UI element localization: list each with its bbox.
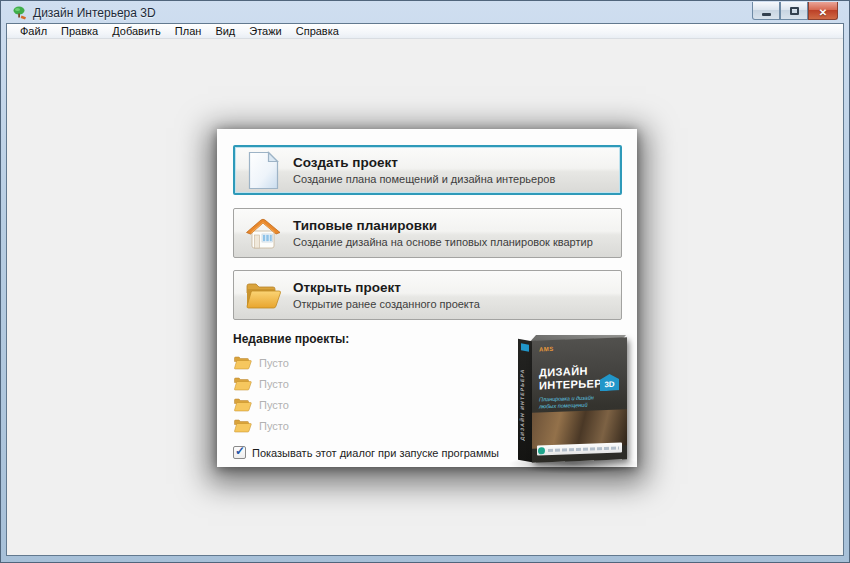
spine-badge	[521, 343, 529, 351]
folder-icon	[233, 418, 253, 433]
checkbox-checked-icon[interactable]	[233, 446, 246, 459]
title-bar[interactable]: Дизайн Интерьера 3D	[6, 2, 844, 23]
window-inner: Файл Правка Добавить План Вид Этажи Спра…	[6, 23, 844, 556]
band-fineprint	[548, 446, 619, 451]
folder-icon	[233, 397, 253, 412]
close-button[interactable]	[808, 2, 838, 20]
box-spine-text: ДИЗАЙН ИНТЕРЬЕРА	[519, 353, 531, 457]
minimize-button[interactable]	[752, 2, 780, 20]
app-icon	[12, 5, 28, 21]
folder-icon	[233, 355, 253, 370]
house-icon	[243, 217, 283, 250]
box-bottom-band	[537, 443, 622, 456]
close-icon	[819, 2, 827, 20]
menu-plan[interactable]: План	[168, 24, 209, 39]
typical-layouts-text: Типовые планировки Создание дизайна на о…	[293, 218, 593, 248]
app-window: Дизайн Интерьера 3D Файл Правка Добавить…	[0, 0, 850, 563]
window-glass-frame: Дизайн Интерьера 3D Файл Правка Добавить…	[2, 2, 848, 561]
create-project-text: Создать проект Создание плана помещений …	[293, 155, 555, 185]
create-project-button[interactable]: Создать проект Создание плана помещений …	[233, 145, 622, 195]
folder-icon	[233, 376, 253, 391]
minimize-icon	[762, 13, 771, 16]
menu-floors[interactable]: Этажи	[242, 24, 288, 39]
recent-project-label: Пусто	[259, 378, 289, 390]
menu-help[interactable]: Справка	[289, 24, 346, 39]
menu-add[interactable]: Добавить	[105, 24, 168, 39]
open-project-subtitle: Открытие ранее созданного проекта	[293, 298, 480, 310]
ams-brand-logo: AMS	[539, 346, 554, 353]
create-project-subtitle: Создание плана помещений и дизайна интер…	[293, 173, 555, 185]
box-front-face: AMS ДИЗАЙН ИНТЕРЬЕРА 3D Планировка и диз…	[532, 337, 627, 462]
typical-layouts-title: Типовые планировки	[293, 218, 593, 233]
box-tagline-line2: любых помещений	[539, 402, 587, 410]
box-title-line2: ИНТЕРЬЕРА	[539, 377, 609, 391]
open-project-text: Открыть проект Открытие ранее созданного…	[293, 280, 480, 310]
recent-project-label: Пусто	[259, 399, 289, 411]
recent-project-label: Пусто	[259, 357, 289, 369]
window-controls	[752, 2, 838, 20]
box-tagline: Планировка и дизайн любых помещений	[539, 395, 594, 412]
open-folder-icon	[243, 280, 283, 310]
open-project-title: Открыть проект	[293, 280, 480, 295]
typical-layouts-subtitle: Создание дизайна на основе типовых плани…	[293, 236, 593, 248]
menu-bar: Файл Правка Добавить План Вид Этажи Спра…	[7, 24, 843, 39]
menu-edit[interactable]: Правка	[54, 24, 105, 39]
create-project-title: Создать проект	[293, 155, 555, 170]
show-dialog-checkbox-label: Показывать этот диалог при запуске прогр…	[252, 447, 499, 459]
window-title: Дизайн Интерьера 3D	[33, 6, 156, 20]
menu-view[interactable]: Вид	[208, 24, 242, 39]
product-box-art: ДИЗАЙН ИНТЕРЬЕРА AMS ДИЗАЙН ИНТЕРЬЕРА 3D…	[516, 335, 630, 467]
recent-project-label: Пусто	[259, 420, 289, 432]
new-document-icon	[243, 151, 283, 190]
band-badge-icon	[538, 447, 545, 454]
menu-file[interactable]: Файл	[13, 24, 54, 39]
typical-layouts-button[interactable]: Типовые планировки Создание дизайна на о…	[233, 208, 622, 258]
box-spine: ДИЗАЙН ИНТЕРЬЕРА	[518, 339, 532, 462]
startup-dialog: Создать проект Создание плана помещений …	[217, 129, 637, 467]
open-project-button[interactable]: Открыть проект Открытие ранее созданного…	[233, 270, 622, 320]
maximize-icon	[790, 7, 799, 15]
box-title-line1: ДИЗАЙН	[539, 365, 588, 379]
maximize-button[interactable]	[780, 2, 808, 20]
client-area: Создать проект Создание плана помещений …	[7, 39, 843, 555]
